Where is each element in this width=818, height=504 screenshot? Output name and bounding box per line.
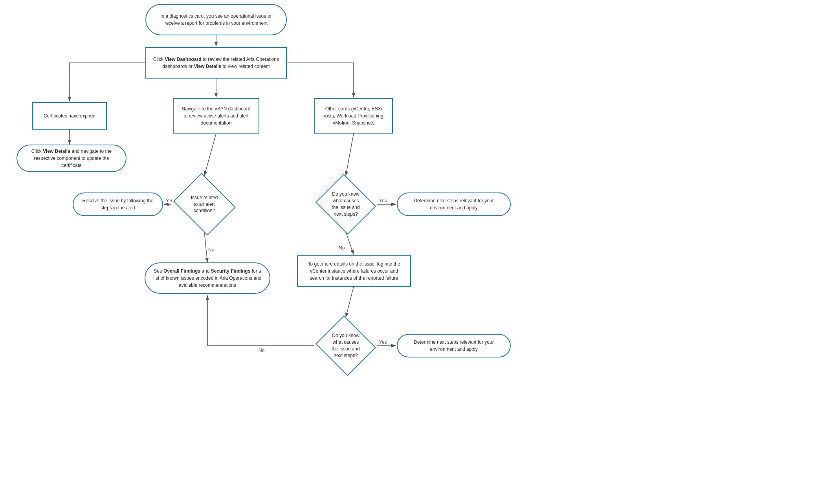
svg-line-9 xyxy=(346,134,354,176)
start-label: In a diagnostics card, you see an operat… xyxy=(153,13,279,27)
certificates-node: Certificates have expired xyxy=(32,102,107,130)
knowcause2-label: Do you knowwhat causesthe issue andnext … xyxy=(332,332,359,359)
svg-text:No: No xyxy=(259,348,265,353)
othercards-node: Other cards (vCenter, ESXi hosts, Worklo… xyxy=(314,98,393,134)
knowcause1-label: Do you knowwhat causesthe issue andnext … xyxy=(332,191,359,217)
svg-line-4 xyxy=(204,134,216,176)
resolve-label: Resolve the issue by following the steps… xyxy=(81,197,155,211)
svg-line-14 xyxy=(346,287,354,317)
svg-text:Yes: Yes xyxy=(379,339,387,345)
flowchart: Yes No Yes No Yes No In a diagnostics ca… xyxy=(0,0,818,504)
alertcondition-node: Issue relatedto an alertcondition? xyxy=(171,177,238,232)
nextsteps2-node: Determine next steps relevant for your e… xyxy=(397,334,511,357)
resolve-node: Resolve the issue by following the steps… xyxy=(73,192,163,216)
knowcause2-diamond: Do you knowwhat causesthe issue andnext … xyxy=(314,318,377,373)
vcenterlog-label: To get more details on the issue, log in… xyxy=(303,260,405,282)
alertcondition-label: Issue relatedto an alertcondition? xyxy=(191,194,218,214)
knowcause2-node: Do you knowwhat causesthe issue andnext … xyxy=(314,318,377,373)
knowcause1-node: Do you knowwhat causesthe issue andnext … xyxy=(314,177,377,232)
nextsteps1-label: Determine next steps relevant for your e… xyxy=(405,197,503,211)
nextsteps1-node: Determine next steps relevant for your e… xyxy=(397,192,511,216)
svg-line-7 xyxy=(204,232,207,262)
vsan-label: Navigate to the vSAN dashboard to review… xyxy=(179,105,253,126)
othercards-label: Other cards (vCenter, ESXi hosts, Worklo… xyxy=(321,105,387,126)
arrows-svg: Yes No Yes No Yes No xyxy=(0,0,818,504)
overallfindings-node: See Overall Findings and Security Findin… xyxy=(145,262,270,294)
certificates-label: Certificates have expired xyxy=(44,112,95,119)
svg-text:Yes: Yes xyxy=(379,198,387,203)
nextsteps2-label: Determine next steps relevant for your e… xyxy=(405,339,503,353)
svg-text:No: No xyxy=(208,247,215,253)
dashboard-node: Click View Dashboard to review the relat… xyxy=(145,47,287,79)
svg-text:No: No xyxy=(339,245,345,251)
knowcause1-diamond: Do you knowwhat causesthe issue andnext … xyxy=(314,177,377,232)
start-node: In a diagnostics card, you see an operat… xyxy=(145,4,287,35)
alertcondition-diamond: Issue relatedto an alertcondition? xyxy=(171,177,238,232)
overallfindings-label: See Overall Findings and Security Findin… xyxy=(152,268,262,289)
viewdetails-label: Click View Details and navigate to the r… xyxy=(24,148,119,169)
viewdetails-node: Click View Details and navigate to the r… xyxy=(17,145,127,172)
dashboard-label: Click View Dashboard to review the relat… xyxy=(152,56,281,70)
vcenterlog-node: To get more details on the issue, log in… xyxy=(297,255,411,287)
vsan-node: Navigate to the vSAN dashboard to review… xyxy=(173,98,259,134)
svg-line-12 xyxy=(346,232,354,255)
